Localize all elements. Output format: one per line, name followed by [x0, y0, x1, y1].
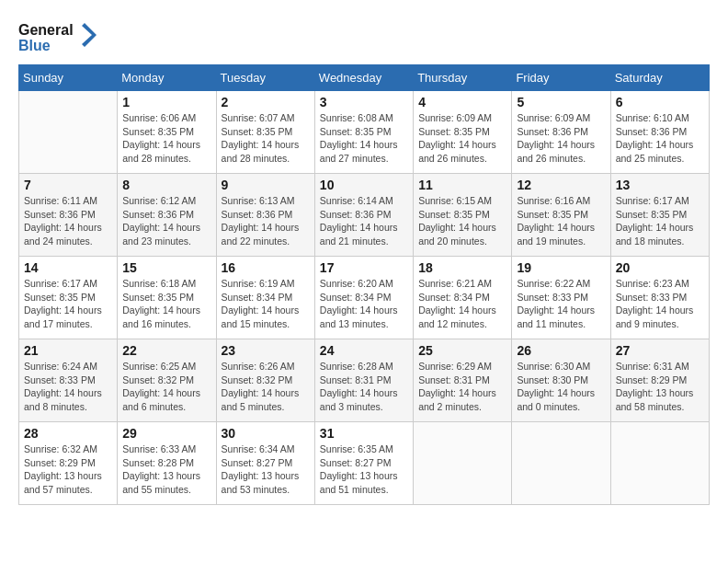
calendar-cell: 25Sunrise: 6:29 AM Sunset: 8:31 PM Dayli…	[414, 339, 512, 422]
day-info: Sunrise: 6:25 AM Sunset: 8:32 PM Dayligh…	[122, 360, 210, 414]
day-number: 26	[517, 343, 605, 358]
day-info: Sunrise: 6:24 AM Sunset: 8:33 PM Dayligh…	[24, 360, 112, 414]
day-info: Sunrise: 6:32 AM Sunset: 8:29 PM Dayligh…	[24, 442, 112, 497]
logo: GeneralBlue	[18, 18, 101, 55]
day-number: 20	[616, 260, 704, 275]
calendar-cell: 24Sunrise: 6:28 AM Sunset: 8:31 PM Dayli…	[314, 339, 413, 422]
day-number: 6	[616, 95, 704, 109]
day-info: Sunrise: 6:14 AM Sunset: 8:36 PM Dayligh…	[320, 194, 408, 248]
page-header: GeneralBlue	[18, 18, 710, 55]
day-info: Sunrise: 6:13 AM Sunset: 8:36 PM Dayligh…	[222, 194, 310, 248]
day-number: 18	[418, 260, 506, 275]
logo-icon: GeneralBlue	[18, 18, 101, 55]
day-info: Sunrise: 6:21 AM Sunset: 8:34 PM Dayligh…	[418, 277, 506, 331]
day-number: 14	[24, 260, 112, 275]
day-info: Sunrise: 6:17 AM Sunset: 8:35 PM Dayligh…	[24, 277, 112, 331]
calendar-table: SundayMondayTuesdayWednesdayThursdayFrid…	[18, 64, 710, 505]
calendar-cell: 23Sunrise: 6:26 AM Sunset: 8:32 PM Dayli…	[216, 339, 314, 422]
weekday-monday: Monday	[118, 65, 216, 91]
day-number: 25	[418, 343, 506, 358]
day-info: Sunrise: 6:09 AM Sunset: 8:36 PM Dayligh…	[517, 111, 605, 166]
day-number: 3	[320, 95, 408, 109]
day-info: Sunrise: 6:10 AM Sunset: 8:36 PM Dayligh…	[616, 111, 704, 166]
calendar-cell	[19, 91, 118, 174]
day-number: 21	[24, 343, 112, 358]
calendar-cell: 6Sunrise: 6:10 AM Sunset: 8:36 PM Daylig…	[610, 91, 709, 174]
day-info: Sunrise: 6:20 AM Sunset: 8:34 PM Dayligh…	[320, 277, 408, 331]
calendar-week-row: 14Sunrise: 6:17 AM Sunset: 8:35 PM Dayli…	[19, 257, 710, 339]
day-info: Sunrise: 6:07 AM Sunset: 8:35 PM Dayligh…	[222, 111, 310, 166]
day-number: 5	[517, 95, 605, 109]
day-number: 27	[616, 343, 704, 358]
weekday-wednesday: Wednesday	[314, 65, 413, 91]
calendar-cell: 7Sunrise: 6:11 AM Sunset: 8:36 PM Daylig…	[19, 174, 118, 257]
calendar-cell: 18Sunrise: 6:21 AM Sunset: 8:34 PM Dayli…	[414, 257, 512, 339]
day-info: Sunrise: 6:08 AM Sunset: 8:35 PM Dayligh…	[320, 111, 408, 166]
day-info: Sunrise: 6:31 AM Sunset: 8:29 PM Dayligh…	[616, 360, 704, 414]
day-info: Sunrise: 6:16 AM Sunset: 8:35 PM Dayligh…	[517, 194, 605, 248]
day-number: 15	[122, 260, 210, 275]
calendar-week-row: 1Sunrise: 6:06 AM Sunset: 8:35 PM Daylig…	[19, 91, 710, 174]
day-number: 1	[122, 95, 210, 109]
calendar-cell: 29Sunrise: 6:33 AM Sunset: 8:28 PM Dayli…	[118, 422, 216, 505]
day-number: 17	[320, 260, 408, 275]
day-info: Sunrise: 6:15 AM Sunset: 8:35 PM Dayligh…	[418, 194, 506, 248]
day-number: 30	[222, 426, 310, 441]
day-number: 31	[320, 426, 408, 441]
calendar-cell: 20Sunrise: 6:23 AM Sunset: 8:33 PM Dayli…	[610, 257, 709, 339]
day-info: Sunrise: 6:09 AM Sunset: 8:35 PM Dayligh…	[418, 111, 506, 166]
calendar-cell: 4Sunrise: 6:09 AM Sunset: 8:35 PM Daylig…	[414, 91, 512, 174]
day-info: Sunrise: 6:11 AM Sunset: 8:36 PM Dayligh…	[24, 194, 112, 248]
day-info: Sunrise: 6:23 AM Sunset: 8:33 PM Dayligh…	[616, 277, 704, 331]
calendar-cell: 22Sunrise: 6:25 AM Sunset: 8:32 PM Dayli…	[118, 339, 216, 422]
day-number: 11	[418, 178, 506, 192]
calendar-cell: 15Sunrise: 6:18 AM Sunset: 8:35 PM Dayli…	[118, 257, 216, 339]
weekday-friday: Friday	[512, 65, 610, 91]
day-info: Sunrise: 6:35 AM Sunset: 8:27 PM Dayligh…	[320, 442, 408, 497]
day-number: 24	[320, 343, 408, 358]
day-number: 16	[222, 260, 310, 275]
day-info: Sunrise: 6:28 AM Sunset: 8:31 PM Dayligh…	[320, 360, 408, 414]
day-number: 29	[122, 426, 210, 441]
calendar-cell: 10Sunrise: 6:14 AM Sunset: 8:36 PM Dayli…	[314, 174, 413, 257]
day-info: Sunrise: 6:33 AM Sunset: 8:28 PM Dayligh…	[122, 442, 210, 497]
calendar-week-row: 21Sunrise: 6:24 AM Sunset: 8:33 PM Dayli…	[19, 339, 710, 422]
day-number: 23	[222, 343, 310, 358]
calendar-cell: 12Sunrise: 6:16 AM Sunset: 8:35 PM Dayli…	[512, 174, 610, 257]
calendar-cell: 3Sunrise: 6:08 AM Sunset: 8:35 PM Daylig…	[314, 91, 413, 174]
day-info: Sunrise: 6:17 AM Sunset: 8:35 PM Dayligh…	[616, 194, 704, 248]
calendar-cell: 27Sunrise: 6:31 AM Sunset: 8:29 PM Dayli…	[610, 339, 709, 422]
day-info: Sunrise: 6:19 AM Sunset: 8:34 PM Dayligh…	[222, 277, 310, 331]
day-number: 8	[122, 178, 210, 192]
weekday-saturday: Saturday	[610, 65, 709, 91]
calendar-cell: 11Sunrise: 6:15 AM Sunset: 8:35 PM Dayli…	[414, 174, 512, 257]
calendar-cell: 31Sunrise: 6:35 AM Sunset: 8:27 PM Dayli…	[314, 422, 413, 505]
calendar-cell: 19Sunrise: 6:22 AM Sunset: 8:33 PM Dayli…	[512, 257, 610, 339]
day-number: 13	[616, 178, 704, 192]
weekday-tuesday: Tuesday	[216, 65, 314, 91]
calendar-cell	[610, 422, 709, 505]
calendar-cell	[512, 422, 610, 505]
weekday-sunday: Sunday	[19, 65, 118, 91]
svg-text:Blue: Blue	[18, 38, 51, 53]
calendar-cell: 16Sunrise: 6:19 AM Sunset: 8:34 PM Dayli…	[216, 257, 314, 339]
day-info: Sunrise: 6:30 AM Sunset: 8:30 PM Dayligh…	[517, 360, 605, 414]
day-info: Sunrise: 6:12 AM Sunset: 8:36 PM Dayligh…	[122, 194, 210, 248]
calendar-cell: 2Sunrise: 6:07 AM Sunset: 8:35 PM Daylig…	[216, 91, 314, 174]
calendar-cell: 14Sunrise: 6:17 AM Sunset: 8:35 PM Dayli…	[19, 257, 118, 339]
calendar-cell: 17Sunrise: 6:20 AM Sunset: 8:34 PM Dayli…	[314, 257, 413, 339]
day-number: 10	[320, 178, 408, 192]
weekday-header-row: SundayMondayTuesdayWednesdayThursdayFrid…	[19, 65, 710, 91]
day-number: 12	[517, 178, 605, 192]
calendar-cell	[414, 422, 512, 505]
day-number: 4	[418, 95, 506, 109]
calendar-cell: 21Sunrise: 6:24 AM Sunset: 8:33 PM Dayli…	[19, 339, 118, 422]
calendar-cell: 8Sunrise: 6:12 AM Sunset: 8:36 PM Daylig…	[118, 174, 216, 257]
calendar-cell: 26Sunrise: 6:30 AM Sunset: 8:30 PM Dayli…	[512, 339, 610, 422]
day-number: 22	[122, 343, 210, 358]
day-info: Sunrise: 6:06 AM Sunset: 8:35 PM Dayligh…	[122, 111, 210, 166]
calendar-cell: 28Sunrise: 6:32 AM Sunset: 8:29 PM Dayli…	[19, 422, 118, 505]
calendar-cell: 5Sunrise: 6:09 AM Sunset: 8:36 PM Daylig…	[512, 91, 610, 174]
calendar-cell: 30Sunrise: 6:34 AM Sunset: 8:27 PM Dayli…	[216, 422, 314, 505]
calendar-cell: 13Sunrise: 6:17 AM Sunset: 8:35 PM Dayli…	[610, 174, 709, 257]
